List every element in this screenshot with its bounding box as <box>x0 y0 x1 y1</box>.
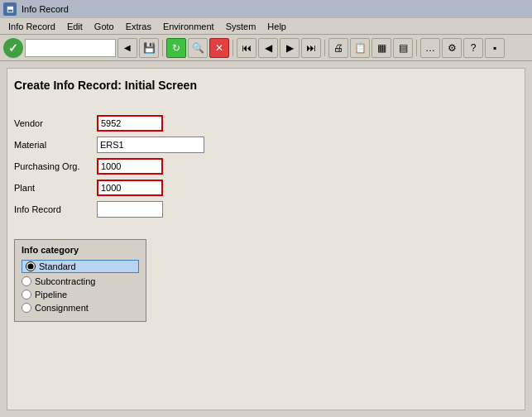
layout-button[interactable]: ▦ <box>371 38 391 58</box>
last-page-icon: ⏭ <box>306 42 316 54</box>
plant-input[interactable] <box>97 180 163 196</box>
form-area: Vendor Material Purchasing Org. Plant In… <box>14 108 518 229</box>
settings-icon: ⚙ <box>448 42 457 54</box>
extra-icon: ▪ <box>493 42 496 54</box>
radio-subcontracting-label: Subcontracting <box>35 276 95 286</box>
info-record-row: Info Record <box>14 201 518 218</box>
main-content: Create Info Record: Initial Screen Vendo… <box>0 61 532 417</box>
info-category-box: Info category Standard Subcontracting Pi… <box>14 239 146 322</box>
help-icon: ? <box>471 42 477 54</box>
purchasing-org-row: Purchasing Org. <box>14 158 518 175</box>
material-row: Material <box>14 137 518 153</box>
radio-pipeline-label: Pipeline <box>35 290 67 300</box>
confirm-button[interactable]: ✓ <box>3 38 23 58</box>
separator-1 <box>162 40 163 56</box>
radio-subcontracting[interactable] <box>22 276 31 286</box>
menu-goto[interactable]: Goto <box>89 20 119 33</box>
menu-bar: Info Record Edit Goto Extras Environment… <box>0 18 532 35</box>
stop-button[interactable]: ✕ <box>209 38 229 58</box>
radio-consignment[interactable] <box>22 303 31 313</box>
radio-consignment-row: Consignment <box>22 303 139 313</box>
print-icon: 🖨 <box>333 42 343 54</box>
info-category-title: Info category <box>22 245 139 255</box>
menu-system[interactable]: System <box>221 20 261 33</box>
material-label: Material <box>14 140 97 150</box>
nav-back-button[interactable]: ◀ <box>117 38 137 58</box>
back-icon: ◀ <box>124 43 131 52</box>
toolbar: ✓ ◀ 💾 ↻ 🔍 ✕ ⏮ ◀ ▶ ⏭ 🖨 📋 ▦ ▤ … ⚙ ? ▪ <box>0 35 532 61</box>
print2-icon: 📋 <box>354 42 367 54</box>
separator-2 <box>232 40 233 56</box>
command-field[interactable] <box>25 39 116 57</box>
plant-label: Plant <box>14 183 97 193</box>
more-icon: … <box>425 42 435 54</box>
panel-title: Create Info Record: Initial Screen <box>14 75 518 95</box>
menu-info-record[interactable]: Info Record <box>3 20 60 33</box>
app-icon-label: ⬒ <box>7 5 14 13</box>
info-record-input[interactable] <box>97 201 163 218</box>
first-page-button[interactable]: ⏮ <box>237 38 256 58</box>
prev-page-button[interactable]: ◀ <box>258 38 278 58</box>
first-page-icon: ⏮ <box>242 42 252 54</box>
print2-button[interactable]: 📋 <box>350 38 370 58</box>
content-panel: Create Info Record: Initial Screen Vendo… <box>7 68 525 410</box>
layout2-button[interactable]: ▤ <box>393 38 413 58</box>
menu-edit[interactable]: Edit <box>62 20 88 33</box>
separator-3 <box>324 40 325 56</box>
radio-pipeline-row: Pipeline <box>22 290 139 300</box>
purchasing-org-input[interactable] <box>97 158 163 175</box>
menu-help[interactable]: Help <box>262 20 291 33</box>
more-buttons[interactable]: … <box>420 38 440 58</box>
find-button[interactable]: 🔍 <box>188 38 208 58</box>
next-page-button[interactable]: ▶ <box>280 38 300 58</box>
material-input[interactable] <box>97 137 204 153</box>
radio-standard-row: Standard <box>22 260 139 273</box>
vendor-label: Vendor <box>14 118 97 128</box>
settings-button[interactable]: ⚙ <box>442 38 462 58</box>
extra-button[interactable]: ▪ <box>485 38 505 58</box>
title-bar: ⬒ Info Record <box>0 0 532 18</box>
app-icon: ⬒ <box>3 2 17 16</box>
radio-pipeline[interactable] <box>22 290 31 300</box>
vendor-row: Vendor <box>14 115 518 132</box>
menu-environment[interactable]: Environment <box>158 20 219 33</box>
purchasing-org-label: Purchasing Org. <box>14 161 97 171</box>
plant-row: Plant <box>14 180 518 196</box>
help-button[interactable]: ? <box>463 38 483 58</box>
radio-standard[interactable] <box>26 261 36 271</box>
radio-standard-label: Standard <box>39 261 76 271</box>
radio-subcontracting-row: Subcontracting <box>22 276 139 286</box>
next-page-icon: ▶ <box>286 42 294 54</box>
layout-icon: ▦ <box>377 42 386 54</box>
separator-4 <box>416 40 417 56</box>
info-record-label: Info Record <box>14 204 97 214</box>
save-button[interactable]: 💾 <box>139 38 159 58</box>
save-icon: 💾 <box>143 42 156 54</box>
layout2-icon: ▤ <box>399 42 408 54</box>
prev-page-icon: ◀ <box>265 42 272 54</box>
radio-consignment-label: Consignment <box>35 303 89 313</box>
last-page-button[interactable]: ⏭ <box>301 38 321 58</box>
find-icon: 🔍 <box>192 42 204 54</box>
print-button[interactable]: 🖨 <box>328 38 348 58</box>
stop-icon: ✕ <box>215 42 223 54</box>
menu-extras[interactable]: Extras <box>121 20 156 33</box>
refresh-button[interactable]: ↻ <box>166 38 186 58</box>
vendor-input[interactable] <box>97 115 163 132</box>
refresh-icon: ↻ <box>172 42 180 54</box>
title-bar-text: Info Record <box>22 4 69 14</box>
